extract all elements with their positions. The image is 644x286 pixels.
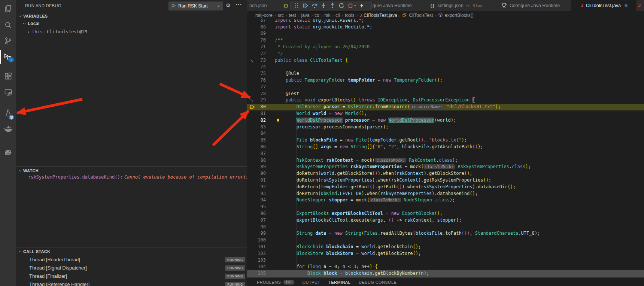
code-line-82[interactable]: 82 WorldDslProcessor processor = new Wor… [247, 117, 644, 124]
code-line-70[interactable]: 70/** [247, 37, 644, 44]
breadcrumb-folder[interactable]: cli [335, 13, 340, 18]
panel-tab-terminal[interactable]: TERMINAL [328, 280, 350, 285]
extensions-icon[interactable] [0, 69, 16, 84]
code-line-95[interactable]: 95 [247, 204, 644, 210]
thread-status-badge: RUNNING [225, 265, 245, 271]
line-number: 103 [247, 257, 266, 264]
code-line-81[interactable]: 81 World world = new World(); [247, 110, 644, 117]
step-over-icon[interactable] [310, 1, 319, 10]
code-line-104[interactable]: 104 for (long n = 0; n < 3; n++) { [247, 264, 644, 270]
code-line-99[interactable]: 99 String data = new String(Files.readAl… [247, 230, 644, 237]
code-line-83[interactable]: 83 processor.processCommands(parser); [247, 124, 644, 131]
breadcrumb-method[interactable]: exportBlocks() [445, 13, 474, 18]
call-stack-thread-row[interactable]: Thread [Finalizer]RUNNING [16, 272, 247, 280]
panel-tab-output[interactable]: OUTPUT [303, 280, 321, 285]
code-line-75[interactable]: 75 @Rule [247, 70, 644, 77]
breadcrumb-file[interactable]: CliToolsTest.java [364, 13, 397, 18]
step-out-icon[interactable] [328, 1, 337, 10]
breadcrumb-folder[interactable]: tools [345, 13, 354, 18]
code-line-84[interactable]: 84 [247, 130, 644, 137]
remote-explorer-icon[interactable] [0, 85, 16, 100]
code-line-68[interactable]: 68import static org.mockito.Mockito.*; [247, 24, 644, 31]
chevron-down-icon [18, 250, 22, 253]
code-line-78[interactable]: 78 @Test [247, 91, 644, 97]
tab-nch.json[interactable]: nch.json [247, 0, 276, 11]
line-number: 105 [247, 270, 266, 277]
variable-this-row[interactable]: this: CliToolsTest@29 [27, 29, 88, 34]
code-line-86[interactable]: 86 String[] args = new String[]{"0", "2"… [247, 144, 644, 150]
code-line-87[interactable]: 87 [247, 150, 644, 157]
code-line-92[interactable]: 92 doReturn(tempFolder.getRoot().getPath… [247, 184, 644, 191]
more-actions-icon[interactable]: ··· [236, 1, 242, 7]
call-stack-thread-row[interactable]: Thread [ReaderThread]RUNNING [16, 256, 247, 264]
stop-options-chevron-icon[interactable] [353, 1, 357, 10]
code-line-98[interactable]: 98 [247, 224, 644, 231]
code-line-103[interactable]: 103 [247, 257, 644, 264]
code-line-67[interactable]: 67import static org.junit.Assert.*; [247, 19, 644, 24]
breadcrumb-folder[interactable]: rskj-core [255, 13, 273, 18]
code-line-97[interactable]: 97 exportBlocksCliTool.execute(args, () … [247, 217, 644, 224]
watch-section-header[interactable]: WATCH [16, 167, 249, 174]
editor-tab-bar: nch.json{}igure Java Runtime{}settings.j… [247, 0, 644, 11]
call-stack-thread-row[interactable]: Thread [Signal Dispatcher]RUNNING [16, 264, 247, 272]
breadcrumb-folder[interactable]: java [301, 13, 309, 18]
breadcrumb-folder[interactable]: src [278, 13, 284, 18]
code-line-73[interactable]: 73public class CliToolsTest { [247, 57, 644, 64]
restart-icon[interactable] [337, 1, 346, 10]
code-line-101[interactable]: 101 Blockchain blockchain = world.getBlo… [247, 244, 644, 250]
run-config-button[interactable]: Run RSK Start [168, 1, 223, 10]
code-line-94[interactable]: 94 NodeStopper stopper = mock(classToMoc… [247, 197, 644, 204]
json-file-icon: {} [430, 3, 435, 8]
code-line-69[interactable]: 69 [247, 30, 644, 37]
hot-code-replace-icon[interactable] [357, 1, 366, 10]
code-line-100[interactable]: 100 [247, 237, 644, 244]
code-line-93[interactable]: 93 doReturn(DbKind.LEVEL_DB).when(rskSys… [247, 191, 644, 197]
code-line-96[interactable]: 96 ExportBlocks exportBlocksCliTool = ne… [247, 210, 644, 217]
line-number: 81 [247, 110, 266, 117]
tab-active-CliToolsTest.java[interactable]: JCliToolsTest.java✕ [571, 0, 636, 11]
code-line-91[interactable]: 91 doReturn(rskSystemProperties).when(rs… [247, 177, 644, 184]
step-into-icon[interactable] [319, 1, 328, 10]
gear-icon[interactable]: ⚙ [226, 2, 231, 8]
code-line-72[interactable]: 72 */ [247, 51, 644, 57]
search-icon[interactable] [0, 18, 16, 33]
panel-tab-debug-console[interactable]: DEBUG CONSOLE [359, 280, 397, 285]
code-line-77[interactable]: 77 [247, 84, 644, 91]
code-line-85[interactable]: 85 File blocksFile = new File(tempFolder… [247, 137, 644, 144]
code-line-71[interactable]: 71 * Created by ajlopez on 26/04/2020. [247, 44, 644, 51]
code-line-76[interactable]: 76 public TemporaryFolder tempFolder = n… [247, 77, 644, 84]
code-line-74[interactable]: 74 [247, 64, 644, 70]
variables-section-header[interactable]: VARIABLES [16, 13, 249, 19]
watch-expression-row[interactable]: rskSystemProperties.databaseKind(): Cann… [28, 174, 249, 180]
tab-close-icon[interactable]: ✕ [624, 3, 628, 8]
java-runtime-cup-icon [501, 2, 507, 9]
code-line-79[interactable]: 79 public void exportBlocks() throws IOE… [247, 97, 644, 104]
code-line-102[interactable]: 102 BlockStore blockStore = world.getBlo… [247, 250, 644, 257]
breadcrumb-folder[interactable]: co [315, 13, 319, 18]
variables-scope-local[interactable]: Local [22, 21, 39, 26]
code-editor[interactable]: 67import static org.junit.Assert.*;68imp… [247, 19, 644, 277]
breadcrumb-folder[interactable]: rsk [324, 13, 330, 18]
code-line-89[interactable]: 89 RskSystemProperties rskSystemProperti… [247, 164, 644, 170]
breadcrumb-folder[interactable]: test [289, 13, 296, 18]
code-line-105[interactable]: 105 Block block = blockchain.getBlockByN… [247, 270, 644, 277]
tab-label: CliToolsTest.java [586, 3, 621, 8]
docker-icon[interactable] [0, 122, 16, 137]
tab-settings.json[interactable]: {}settings.json~/.../User [427, 0, 498, 11]
code-line-90[interactable]: 90 doReturn(world.getBlockStore()).when(… [247, 170, 644, 177]
continue-icon[interactable] [301, 1, 310, 10]
source-control-icon[interactable] [0, 33, 16, 48]
run-and-debug-icon[interactable] [0, 49, 16, 64]
gradle-icon[interactable] [0, 144, 16, 159]
code-line-88[interactable]: 88 RskContext rskContext = mock(classToM… [247, 157, 644, 164]
call-stack-section-header[interactable]: CALL STACK [16, 248, 249, 255]
run-and-debug-sidebar: RUN AND DEBUG Run RSK Start ⚙ ··· VARIAB… [16, 0, 247, 286]
explorer-icon[interactable] [0, 1, 16, 16]
call-stack-thread-row[interactable]: Thread [Reference Handler]RUNNING [16, 280, 247, 286]
line-number: 86 [247, 144, 266, 150]
panel-tab-problems[interactable]: PROBLEMS1K+ [257, 280, 294, 285]
tab-hidden[interactable]: J [637, 0, 644, 11]
tab-Configure Java Runtime[interactable]: Configure Java Runtime [498, 0, 571, 11]
code-line-80[interactable]: 80 DslParser parser = DslParser.fromReso… [247, 104, 644, 110]
breadcrumb-class[interactable]: CliToolsTest [409, 13, 433, 18]
